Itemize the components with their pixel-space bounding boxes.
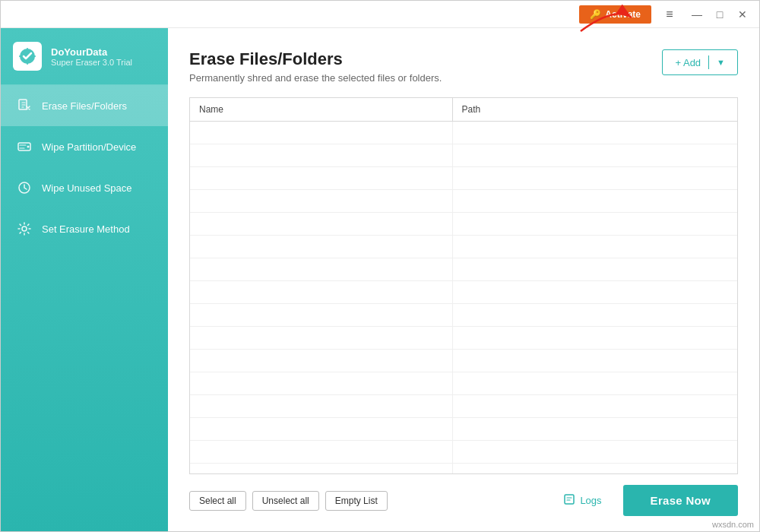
content-header: Erase Files/Folders Permanently shred an…: [189, 49, 738, 84]
col-name-header: Name: [190, 98, 453, 121]
content-area: Erase Files/Folders Permanently shred an…: [168, 28, 759, 531]
svg-point-6: [22, 226, 27, 231]
unselect-all-button[interactable]: Unselect all: [252, 491, 319, 511]
table-row: [190, 236, 737, 258]
window-controls: — □ ✕: [686, 4, 753, 25]
table-row: [190, 418, 737, 441]
bottom-right-actions: Logs Erase Now: [563, 485, 738, 516]
table-row: [190, 327, 737, 350]
empty-list-button[interactable]: Empty List: [325, 491, 388, 511]
table-row: [190, 464, 737, 473]
maximize-button[interactable]: □: [709, 4, 730, 25]
bottom-bar: Select all Unselect all Empty List Logs: [189, 485, 738, 516]
table-row: [190, 258, 737, 281]
table-row: [190, 304, 737, 327]
add-button[interactable]: + Add ▼: [662, 49, 738, 75]
table-row: [190, 281, 737, 304]
titlebar: 🔑 Activate ≡ — □ ✕: [1, 1, 759, 28]
add-dropdown-arrow: ▼: [717, 58, 725, 67]
table-row: [190, 167, 737, 190]
hamburger-button[interactable]: ≡: [659, 4, 680, 25]
app-window: 🔑 Activate ≡ — □ ✕: [0, 0, 760, 532]
activate-button[interactable]: 🔑 Activate: [579, 5, 651, 24]
svg-rect-7: [565, 495, 574, 504]
watermark: wxsdn.com: [712, 520, 754, 529]
erase-now-button[interactable]: Erase Now: [623, 485, 738, 516]
page-subtitle: Permanently shred and erase the selected…: [189, 72, 442, 84]
svg-point-4: [27, 146, 30, 148]
main-layout: DoYourData Super Eraser 3.0 Trial Erase …: [1, 28, 759, 531]
table-row: [190, 372, 737, 395]
table-row: [190, 122, 737, 144]
minimize-button[interactable]: —: [686, 4, 708, 25]
add-btn-divider: [708, 55, 709, 69]
table-row: [190, 144, 737, 167]
wipe-unused-icon: [16, 179, 33, 196]
table-row: [190, 213, 737, 236]
sidebar-item-wipe-partition[interactable]: Wipe Partition/Device: [1, 126, 168, 167]
table-row: [190, 441, 737, 464]
close-button[interactable]: ✕: [732, 4, 753, 25]
table-rows: [190, 122, 737, 473]
table-header: Name Path: [190, 98, 737, 122]
sidebar-item-erase-files[interactable]: Erase Files/Folders: [1, 85, 168, 126]
logs-icon: [563, 493, 575, 508]
sidebar-item-wipe-unused[interactable]: Wipe Unused Space: [1, 167, 168, 208]
app-name: DoYourData Super Eraser 3.0 Trial: [51, 46, 132, 67]
sidebar-item-set-erasure[interactable]: Set Erasure Method: [1, 208, 168, 249]
wipe-partition-icon: [16, 138, 33, 155]
key-icon: 🔑: [590, 9, 601, 20]
file-table: Name Path: [189, 97, 738, 474]
set-erasure-icon: [16, 220, 33, 237]
select-all-button[interactable]: Select all: [189, 491, 246, 511]
col-path-header: Path: [453, 98, 737, 121]
logs-button[interactable]: Logs: [563, 493, 601, 508]
page-title: Erase Files/Folders: [189, 49, 442, 69]
logo-icon: [13, 42, 42, 71]
app-logo: DoYourData Super Eraser 3.0 Trial: [1, 28, 168, 85]
table-row: [190, 350, 737, 372]
table-row: [190, 190, 737, 213]
content-title-section: Erase Files/Folders Permanently shred an…: [189, 49, 442, 84]
bottom-left-actions: Select all Unselect all Empty List: [189, 491, 388, 511]
table-row: [190, 395, 737, 418]
sidebar: DoYourData Super Eraser 3.0 Trial Erase …: [1, 28, 168, 531]
erase-files-icon: [16, 97, 33, 114]
